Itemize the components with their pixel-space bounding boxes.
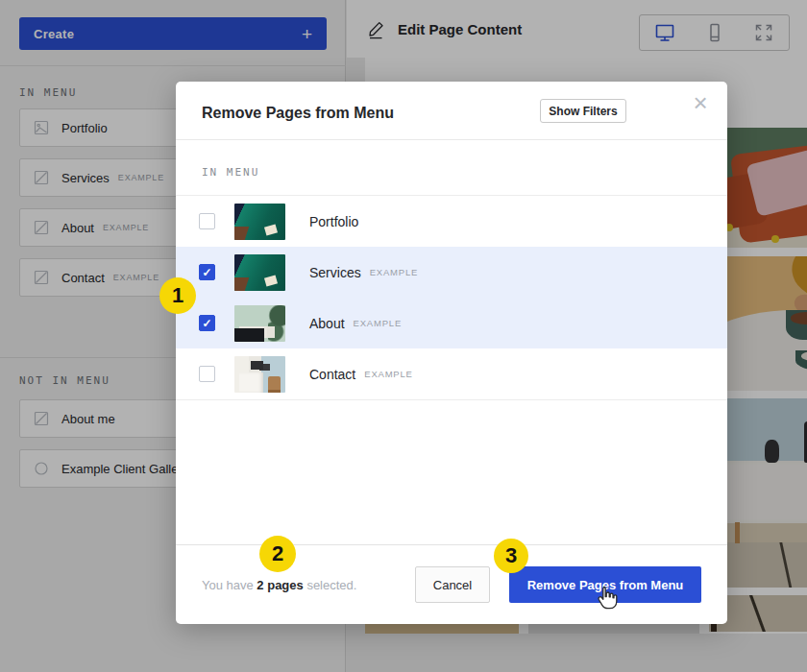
example-tag: EXAMPLE bbox=[354, 318, 402, 328]
modal-title: Remove Pages from Menu bbox=[202, 105, 394, 122]
page-row-label: Contact bbox=[309, 367, 355, 382]
checkbox-services[interactable] bbox=[199, 264, 215, 280]
page-row-contact[interactable]: Contact EXAMPLE bbox=[176, 348, 727, 399]
app-screenshot: Create + IN MENU Portfolio Services EXAM… bbox=[0, 0, 807, 672]
modal-header-divider bbox=[176, 139, 727, 140]
modal-in-menu-heading: IN MENU bbox=[202, 166, 259, 179]
thumbnail-portfolio bbox=[234, 204, 285, 240]
thumbnail-about bbox=[234, 305, 285, 342]
cancel-button[interactable]: Cancel bbox=[415, 566, 490, 603]
step-badge-1: 1 bbox=[159, 277, 196, 314]
checkbox-portfolio[interactable] bbox=[199, 213, 215, 229]
modal-footer: You have 2 pages selected. Cancel Remove… bbox=[176, 544, 727, 624]
close-icon[interactable]: × bbox=[687, 89, 714, 116]
thumbnail-contact bbox=[234, 356, 285, 393]
page-list: Portfolio Services EXAMPLE About EXAMPLE… bbox=[176, 195, 727, 400]
selection-count: 2 pages bbox=[257, 578, 303, 592]
checkbox-contact[interactable] bbox=[199, 366, 215, 382]
step-badge-2: 2 bbox=[259, 536, 296, 572]
page-row-label: Services bbox=[309, 265, 361, 280]
page-row-label: About bbox=[309, 316, 345, 331]
selection-summary: You have 2 pages selected. bbox=[202, 578, 356, 592]
example-tag: EXAMPLE bbox=[364, 369, 412, 379]
remove-pages-modal: Remove Pages from Menu Show Filters × IN… bbox=[176, 82, 727, 624]
checkbox-about[interactable] bbox=[199, 315, 215, 331]
page-row-portfolio[interactable]: Portfolio bbox=[176, 196, 727, 247]
page-row-label: Portfolio bbox=[309, 214, 358, 229]
hand-cursor-icon bbox=[594, 585, 620, 612]
page-row-about[interactable]: About EXAMPLE bbox=[176, 298, 727, 348]
page-row-services[interactable]: Services EXAMPLE bbox=[176, 247, 727, 298]
show-filters-button[interactable]: Show Filters bbox=[540, 99, 626, 123]
example-tag: EXAMPLE bbox=[370, 267, 418, 277]
thumbnail-services bbox=[234, 254, 285, 291]
step-badge-3: 3 bbox=[494, 539, 528, 573]
